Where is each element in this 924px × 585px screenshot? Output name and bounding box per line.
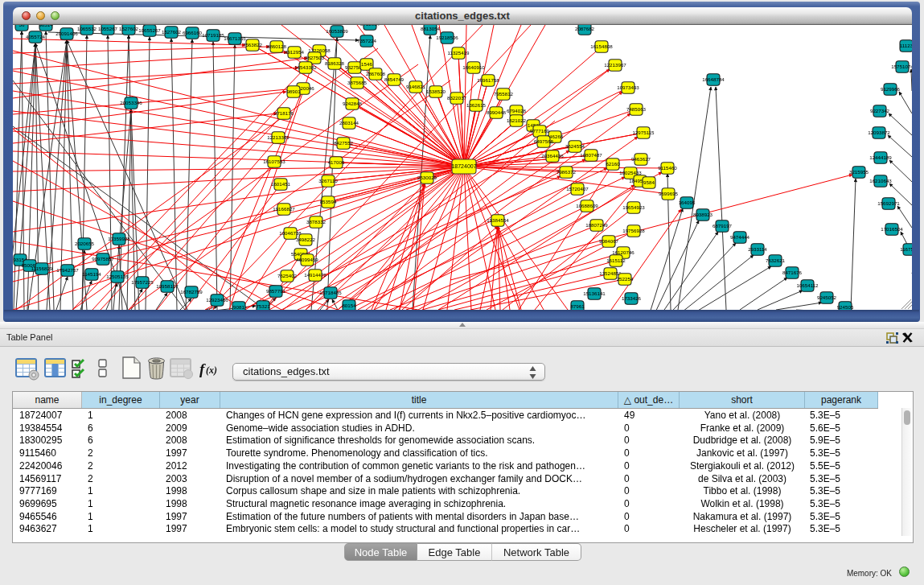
svg-text:1601451: 1601451 bbox=[271, 181, 291, 187]
svg-text:15751074: 15751074 bbox=[891, 64, 912, 69]
svg-text:12975115: 12975115 bbox=[632, 130, 655, 135]
svg-text:15720407: 15720407 bbox=[566, 186, 589, 192]
svg-text:9146821: 9146821 bbox=[406, 84, 426, 89]
svg-text:7485063: 7485063 bbox=[626, 106, 647, 112]
svg-text:11123: 11123 bbox=[900, 43, 912, 48]
svg-text:8860128: 8860128 bbox=[267, 43, 287, 49]
svg-text:6966160: 6966160 bbox=[183, 30, 203, 35]
svg-text:7357224: 7357224 bbox=[357, 38, 377, 43]
svg-text:1733426: 1733426 bbox=[622, 295, 642, 301]
svg-text:15692971: 15692971 bbox=[877, 200, 900, 206]
svg-text:15136141: 15136141 bbox=[583, 290, 606, 296]
svg-text:12444189: 12444189 bbox=[869, 154, 892, 160]
svg-text:10688609: 10688609 bbox=[576, 203, 598, 208]
svg-text:1538520: 1538520 bbox=[426, 89, 446, 94]
svg-text:7955812: 7955812 bbox=[494, 91, 514, 97]
svg-text:16640910: 16640910 bbox=[462, 64, 485, 70]
svg-text:10025433: 10025433 bbox=[619, 170, 642, 175]
svg-text:8427552: 8427552 bbox=[334, 140, 354, 146]
svg-text:14914479: 14914479 bbox=[304, 272, 326, 278]
svg-text:17359928: 17359928 bbox=[108, 236, 130, 241]
svg-text:90514: 90514 bbox=[39, 25, 53, 27]
svg-text:20091406: 20091406 bbox=[55, 31, 78, 36]
svg-text:9699695: 9699695 bbox=[659, 191, 679, 196]
svg-text:9245052: 9245052 bbox=[817, 295, 837, 300]
svg-text:19654923: 19654923 bbox=[622, 204, 645, 210]
svg-text:16120746: 16120746 bbox=[612, 249, 634, 255]
svg-text:9474444: 9474444 bbox=[730, 234, 750, 240]
svg-text:9463627: 9463627 bbox=[631, 156, 651, 162]
svg-text:17957225: 17957225 bbox=[131, 279, 154, 285]
svg-text:f: f bbox=[199, 360, 206, 377]
svg-text:6879197: 6879197 bbox=[713, 223, 733, 229]
svg-text:16543382: 16543382 bbox=[294, 64, 317, 70]
svg-text:2718176: 2718176 bbox=[274, 110, 294, 116]
svg-text:1362615: 1362615 bbox=[466, 102, 487, 108]
svg-text:9777169: 9777169 bbox=[530, 128, 550, 134]
svg-text:19384554: 19384554 bbox=[487, 217, 509, 223]
svg-text:20364436: 20364436 bbox=[541, 153, 564, 159]
svg-text:9115460: 9115460 bbox=[658, 165, 677, 171]
svg-text:62160: 62160 bbox=[606, 161, 620, 167]
svg-text:15718485: 15718485 bbox=[319, 290, 342, 295]
svg-text:2803144: 2803144 bbox=[339, 120, 359, 126]
svg-text:3267110: 3267110 bbox=[318, 178, 338, 183]
svg-text:19756928: 19756928 bbox=[622, 228, 645, 233]
svg-text:164095: 164095 bbox=[679, 200, 696, 205]
svg-text:(x): (x) bbox=[206, 365, 217, 376]
svg-text:1145194: 1145194 bbox=[82, 271, 101, 277]
svg-text:8938923: 8938923 bbox=[693, 212, 713, 217]
svg-text:3498222: 3498222 bbox=[296, 237, 316, 242]
svg-text:16782759: 16782759 bbox=[180, 289, 203, 295]
svg-text:98901: 98901 bbox=[286, 89, 301, 94]
svg-text:2867608: 2867608 bbox=[366, 71, 386, 76]
svg-text:8186328: 8186328 bbox=[325, 60, 345, 66]
svg-text:3878332: 3878332 bbox=[306, 219, 326, 225]
svg-text:9129966: 9129966 bbox=[881, 86, 901, 92]
svg-text:2020655: 2020655 bbox=[75, 241, 95, 246]
svg-text:12213967: 12213967 bbox=[604, 62, 626, 68]
svg-text:252254: 252254 bbox=[617, 276, 634, 282]
svg-text:2087682: 2087682 bbox=[575, 26, 595, 31]
svg-text:7986372: 7986372 bbox=[556, 169, 577, 175]
svg-text:1055267: 1055267 bbox=[98, 26, 118, 31]
svg-text:10958107: 10958107 bbox=[156, 283, 179, 289]
svg-text:9857791: 9857791 bbox=[266, 288, 286, 294]
svg-text:8712954: 8712954 bbox=[360, 25, 380, 27]
svg-text:36: 36 bbox=[19, 25, 25, 27]
svg-text:8454749: 8454749 bbox=[384, 76, 405, 82]
svg-text:7563822: 7563822 bbox=[243, 42, 263, 47]
svg-text:16053809: 16053809 bbox=[326, 28, 348, 34]
svg-text:87961: 87961 bbox=[570, 303, 585, 309]
svg-text:17942757: 17942757 bbox=[56, 267, 79, 273]
svg-text:9584: 9584 bbox=[643, 179, 655, 185]
svg-text:2530029: 2530029 bbox=[417, 175, 437, 180]
svg-text:417006: 417006 bbox=[328, 159, 345, 165]
svg-text:17016504: 17016504 bbox=[881, 226, 903, 232]
svg-text:1546: 1546 bbox=[361, 61, 372, 67]
svg-text:10654112: 10654112 bbox=[796, 282, 819, 288]
svg-text:10719185: 10719185 bbox=[202, 32, 224, 38]
svg-text:90975857: 90975857 bbox=[92, 256, 114, 262]
svg-text:9227342: 9227342 bbox=[870, 108, 890, 113]
svg-text:75321: 75321 bbox=[256, 303, 270, 309]
svg-text:3624554: 3624554 bbox=[565, 143, 585, 149]
svg-text:6497568: 6497568 bbox=[534, 138, 554, 144]
svg-text:1167534: 1167534 bbox=[900, 246, 912, 252]
svg-text:9081: 9081 bbox=[233, 304, 244, 310]
svg-text:46099459: 46099459 bbox=[296, 257, 318, 262]
svg-text:19218506: 19218506 bbox=[436, 35, 458, 40]
svg-text:16648784: 16648784 bbox=[702, 76, 725, 82]
svg-text:16154808: 16154808 bbox=[590, 43, 613, 49]
svg-text:3215955: 3215955 bbox=[849, 169, 869, 175]
svg-text:4055724: 4055724 bbox=[26, 34, 46, 39]
svg-text:8990448: 8990448 bbox=[487, 109, 507, 115]
svg-text:1527602: 1527602 bbox=[119, 26, 139, 31]
svg-text:1065532: 1065532 bbox=[77, 26, 97, 31]
svg-text:20053346: 20053346 bbox=[120, 100, 142, 105]
svg-text:7632621: 7632621 bbox=[766, 257, 786, 263]
svg-text:16961758: 16961758 bbox=[477, 77, 499, 83]
svg-text:1527602: 1527602 bbox=[162, 29, 182, 35]
svg-text:16107553: 16107553 bbox=[263, 159, 285, 164]
svg-text:10973493: 10973493 bbox=[617, 84, 639, 90]
